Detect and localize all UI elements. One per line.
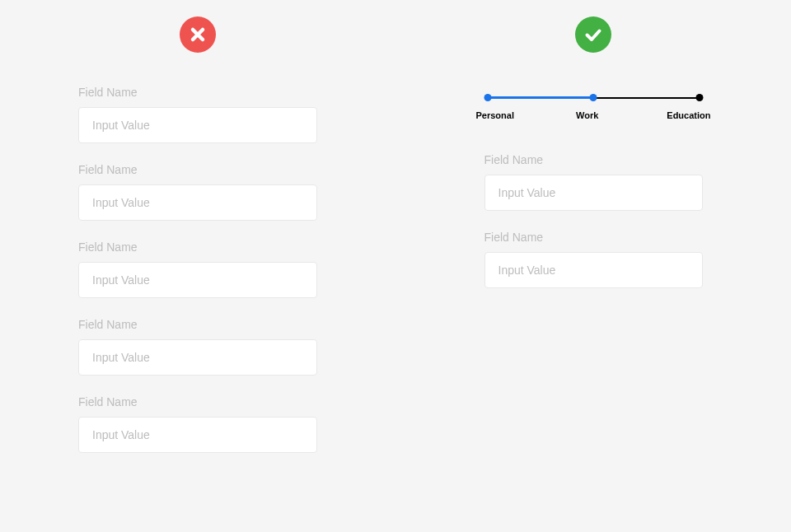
stepper-progress xyxy=(488,96,594,99)
field-label: Field Name xyxy=(78,163,317,176)
stepper-label-personal: Personal xyxy=(476,110,514,120)
stepper-dot-work[interactable] xyxy=(590,94,597,101)
field-group: Field Name xyxy=(78,86,317,143)
field-label: Field Name xyxy=(78,395,317,408)
progress-stepper: Personal Work Education xyxy=(484,94,703,120)
good-example-column: Personal Work Education Field Name Field… xyxy=(396,16,791,532)
field-label: Field Name xyxy=(78,240,317,254)
stepper-labels: Personal Work Education xyxy=(484,110,703,120)
stepper-dot-education[interactable] xyxy=(695,94,703,101)
bad-form: Field Name Field Name Field Name Field N… xyxy=(78,86,317,473)
comparison-container: Field Name Field Name Field Name Field N… xyxy=(0,0,791,532)
cross-icon xyxy=(180,16,216,53)
field-group: Field Name xyxy=(78,163,317,221)
stepper-label-education: Education xyxy=(667,110,710,120)
stepper-line xyxy=(488,94,700,102)
field-group: Field Name xyxy=(78,318,317,376)
good-form: Field Name Field Name xyxy=(484,153,703,308)
field-input[interactable] xyxy=(78,262,317,298)
field-group: Field Name xyxy=(78,395,317,453)
field-label: Field Name xyxy=(484,153,703,166)
check-icon xyxy=(575,16,611,53)
field-input[interactable] xyxy=(78,417,317,453)
field-group: Field Name xyxy=(78,240,317,298)
field-label: Field Name xyxy=(78,86,317,99)
field-input[interactable] xyxy=(78,339,317,376)
field-group: Field Name xyxy=(484,153,703,211)
field-input[interactable] xyxy=(78,107,317,143)
field-input[interactable] xyxy=(78,184,317,221)
stepper-label-work: Work xyxy=(576,110,598,120)
field-label: Field Name xyxy=(78,318,317,331)
stepper-dot-personal[interactable] xyxy=(484,94,491,101)
field-input[interactable] xyxy=(484,252,703,288)
field-label: Field Name xyxy=(484,231,703,244)
bad-example-column: Field Name Field Name Field Name Field N… xyxy=(0,16,396,532)
field-input[interactable] xyxy=(484,175,703,211)
field-group: Field Name xyxy=(484,231,703,288)
